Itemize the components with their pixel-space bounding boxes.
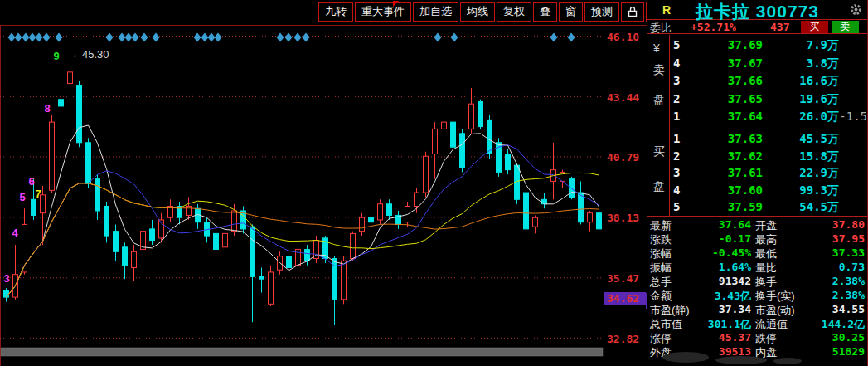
bid-row[interactable]: 437.6099.3万 [670,183,868,201]
buy-button[interactable]: 买 [801,21,828,33]
price: 37.64 [728,110,763,123]
stat-value: 301.1亿 [708,317,751,332]
stat-value: 34.55 [832,303,865,315]
gear-icon[interactable] [850,3,862,19]
diamond-icon [43,33,51,42]
bid-row[interactable]: 237.6215.8万 [670,149,868,167]
ask-row[interactable]: 337.6616.6万 [670,74,868,91]
price-axis-highlight: 34.62 [604,292,646,305]
candle-body [597,213,602,229]
stat-label: 金额 [650,289,672,304]
stat-value: 144.2亿 [822,317,865,332]
stat-label: 换手(实) [755,289,795,304]
diamond-icon [568,33,575,42]
diamond-icon [36,33,43,42]
level: 2 [673,149,680,163]
stat-row: 振幅1.64%量比0.73 [647,261,867,275]
candle-body [4,290,9,297]
bid-row[interactable]: 137.6345.5万 [670,132,868,149]
watermark-smudge [662,352,709,363]
gridlines [0,37,604,339]
bid-row[interactable]: 337.6122.9万 [670,166,868,183]
ask-row[interactable]: 237.6519.6万 [670,92,868,110]
candle-body [588,213,593,222]
price-axis-label: 46.10 [607,31,645,43]
level: 2 [673,92,680,105]
volume: 15.8万 [799,149,839,164]
level: 3 [673,166,680,179]
stat-row: 总市值301.1亿流通值144.2亿 [647,317,867,331]
diamond-icon [125,33,133,42]
weibi-row: 委比 +52.71% 437 买 卖 [647,21,867,34]
diamond-icon [119,33,126,42]
candle-body [451,122,456,147]
level: 4 [673,183,680,197]
stat-label: 涨幅 [650,246,672,261]
candle-body [95,179,100,211]
diamond-icon [201,33,209,42]
diamond-icon [8,33,16,42]
diamond-icon [285,33,293,42]
kline-chart[interactable]: 3456789←45.30 [0,0,647,366]
weibi-label: 委比 [650,21,672,36]
stat-row: 金额3.43亿换手(实)2.38% [647,289,867,303]
diamond-icon [277,33,284,42]
diamond-icon [56,33,63,42]
bid-row[interactable]: 537.5954.5万 [670,200,868,217]
volume: 54.5万 [799,200,839,215]
stat-value: 37.34 [719,303,751,315]
sequence-number: 5 [19,191,25,203]
stat-value: 30.25 [832,331,865,344]
price: 37.65 [728,92,763,105]
chart-scrollbar[interactable] [1,348,603,356]
level: 1 [673,110,680,123]
diamond-icon [294,33,302,42]
ask-row[interactable]: 537.697.9万 [670,38,868,56]
stat-label: 最新 [650,218,672,233]
price-axis: 46.1043.4440.7938.1335.4732.8234.62 [604,25,647,366]
stat-label: 开盘 [755,218,777,233]
candle-body [287,256,292,268]
volume: 26.0万 [799,110,839,124]
candle-body [259,276,264,279]
price: 37.61 [728,166,763,179]
candle-body [223,233,228,246]
stat-label: 换手 [755,275,777,290]
ask-row[interactable]: 137.6426.0万-1.5 [670,110,868,127]
candle-body [506,154,511,169]
candle-body [214,233,219,249]
candle-body [250,227,255,276]
stat-value: 37.95 [832,232,865,245]
sequence-number: 4 [12,227,18,239]
sell-button[interactable]: 卖 [832,21,859,33]
volume: 19.6万 [799,92,839,107]
stat-value: 1.64% [719,261,751,273]
candle-body [524,193,529,229]
price: 37.67 [728,56,763,70]
volume: 7.9万 [807,38,839,53]
price: 37.62 [728,149,763,163]
signal-diamonds [8,33,575,42]
stat-value: 2.38% [832,289,865,301]
stat-value: 37.64 [719,218,751,231]
ask-row[interactable]: 437.673.8万 [670,56,868,74]
stat-label: 振幅 [650,261,672,276]
candle-body [187,207,192,216]
price-axis-label: 32.82 [607,333,645,345]
volume: 99.3万 [799,183,839,198]
stat-value: 3.43亿 [715,289,751,304]
stat-row: 总手91342换手2.38% [647,275,867,289]
diamond-icon [208,33,216,42]
volume: 3.8万 [807,56,839,71]
price: 37.66 [728,74,763,87]
price-axis-label: 38.13 [607,212,645,224]
buy-strip-char: 买 [653,144,665,159]
level: 4 [673,56,680,70]
stat-row: 涨停45.37跌停30.25 [647,331,867,345]
stat-row: 涨幅-0.45%最低37.33 [647,246,867,261]
stat-value: 2.38% [832,275,865,287]
candle-body [77,85,82,143]
stat-value: 45.37 [719,331,751,344]
diamond-icon [141,33,148,42]
candle-body [104,207,109,237]
